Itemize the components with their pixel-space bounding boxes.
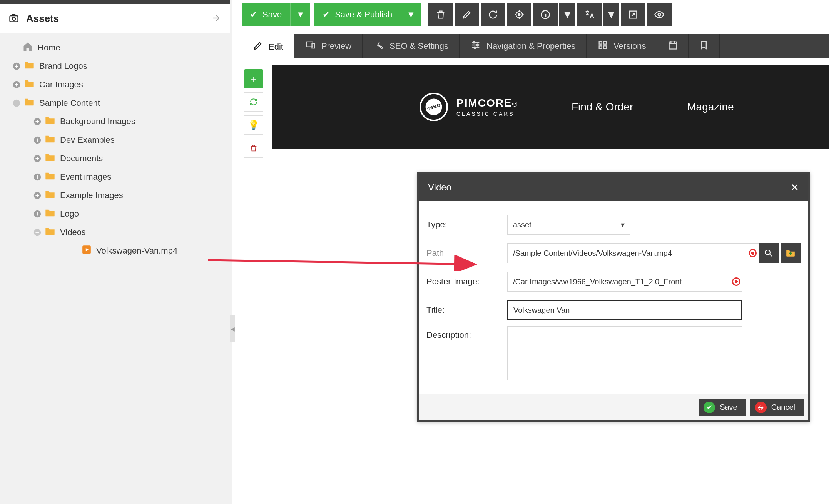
tree-item-dev-examples[interactable]: Dev Examples [0,131,230,149]
check-icon: ✔ [250,10,257,20]
svg-point-14 [518,14,520,16]
delete-icon[interactable] [428,3,453,26]
row-type: Type: asset ▾ [426,212,801,237]
save-label: Save [262,10,282,20]
type-value: asset [513,220,531,229]
label-description: Description: [426,326,507,340]
description-textarea[interactable] [507,326,742,380]
dialog-header[interactable]: Video ✕ [419,174,808,201]
expand-icon[interactable] [32,136,43,144]
tree-item-example-images[interactable]: Example Images [0,186,230,205]
tree-item-documents[interactable]: Documents [0,149,230,168]
assets-header: Assets [0,4,230,33]
tab-label: SEO & Settings [389,41,448,51]
editor-tabs: Edit Preview SEO & Settings Navigation &… [242,34,829,58]
path-input[interactable] [507,243,759,263]
video-dialog: Video ✕ Type: asset ▾ Path [417,172,810,422]
calendar-icon [667,40,678,53]
svg-point-17 [658,13,661,16]
tab-preview[interactable]: Preview [294,34,363,58]
expand-icon[interactable] [32,173,43,181]
tree-item-volkswagen-van-mp4[interactable]: Volkswagen-Van.mp4 [0,242,230,260]
open-new-icon[interactable] [621,3,645,26]
folder-icon [45,171,55,183]
close-icon[interactable]: ✕ [791,182,799,194]
bookmark-icon [699,40,709,53]
expand-icon[interactable] [11,62,22,70]
poster-input[interactable] [507,272,742,292]
info-dropdown[interactable]: ▼ [559,3,575,26]
folder-icon [45,116,55,127]
video-file-icon [82,245,92,257]
translate-icon[interactable] [577,3,602,26]
tree-item-background-images[interactable]: Background Images [0,112,230,131]
save-publish-button[interactable]: ✔ Save & Publish ▼ [314,3,421,26]
folder-open-icon [24,97,35,109]
save-dropdown[interactable]: ▼ [290,3,310,26]
tab-edit[interactable]: Edit [242,34,294,58]
title-input[interactable] [507,300,742,320]
collapse-arrow-icon[interactable] [211,13,221,25]
assets-title: Assets [26,13,59,25]
expand-icon[interactable] [11,80,22,89]
add-block-button[interactable]: ＋ [244,69,263,88]
editable-toolbar: ＋ 💡 [244,69,266,158]
folder-icon [24,79,35,90]
tree-item-sample-content[interactable]: Sample Content [0,94,230,112]
tab-versions[interactable]: Versions [587,34,657,58]
expand-icon[interactable] [32,117,43,126]
expand-icon[interactable] [32,191,43,200]
collapse-icon[interactable] [32,228,43,237]
idea-button[interactable]: 💡 [244,115,263,135]
translate-dropdown[interactable]: ▼ [603,3,619,26]
row-poster: Poster-Image: [426,269,801,294]
tab-bookmark[interactable] [689,34,720,58]
save-publish-dropdown[interactable]: ▼ [401,3,421,26]
label-path: Path [426,248,507,258]
dialog-save-button[interactable]: ✔ Save [699,399,746,416]
label-poster: Poster-Image: [426,277,507,287]
svg-point-22 [474,47,476,49]
collapse-icon[interactable] [11,99,22,107]
tab-nav-props[interactable]: Navigation & Properties [460,34,587,58]
folder-icon [45,153,55,164]
brand-logo[interactable]: DEMO PIMCORE® CLASSIC CARS [419,92,518,122]
tree-item-videos[interactable]: Videos [0,223,230,242]
info-icon[interactable] [533,3,558,26]
check-circle-icon: ✔ [704,402,715,413]
path-upload-button[interactable] [781,243,801,263]
refresh-button[interactable] [244,92,263,112]
folder-icon [24,60,35,72]
editor-area: ✔ Save ▼ ✔ Save & Publish ▼ ▼ ▼ [232,0,829,504]
tree-item-car-images[interactable]: Car Images [0,75,230,94]
tree-home[interactable]: Home [0,38,230,57]
visibility-icon[interactable] [647,3,672,26]
target-icon[interactable] [507,3,531,26]
reload-icon[interactable] [481,3,505,26]
folder-icon [45,208,55,220]
tree-item-brand-logos[interactable]: Brand Logos [0,57,230,75]
tree-item-label: Example Images [60,190,123,200]
tree-item-label: Event images [60,172,111,182]
tree-item-event-images[interactable]: Event images [0,168,230,186]
dialog-body: Type: asset ▾ Path [419,201,808,394]
tab-schedule[interactable] [657,34,689,58]
save-button[interactable]: ✔ Save ▼ [242,3,310,26]
trash-button[interactable] [244,139,263,158]
path-search-button[interactable] [759,243,779,263]
type-select[interactable]: asset ▾ [507,215,630,235]
expand-icon[interactable] [32,210,43,218]
label-title: Title: [426,305,507,315]
nav-magazine[interactable]: Magazine [687,101,734,113]
panel-top-accent [0,0,230,4]
versions-icon [597,40,608,53]
tree-item-logo[interactable]: Logo [0,205,230,223]
tab-seo[interactable]: SEO & Settings [363,34,460,58]
nav-find-order[interactable]: Find & Order [572,101,633,113]
svg-point-1 [12,17,15,20]
expand-icon[interactable] [32,154,43,163]
svg-point-31 [765,250,770,255]
rename-icon[interactable] [455,3,479,26]
dialog-cancel-button[interactable]: ⦸ Cancel [750,399,804,416]
folder-icon [45,190,55,201]
